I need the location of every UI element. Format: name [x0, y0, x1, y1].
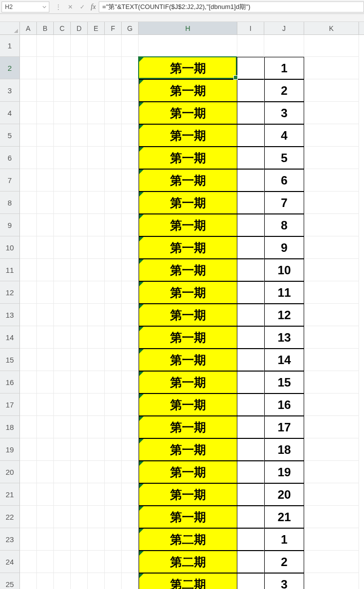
- cell[interactable]: 15: [264, 371, 304, 393]
- cell[interactable]: [71, 438, 88, 461]
- cell[interactable]: 6: [264, 169, 304, 192]
- row-header[interactable]: 4: [0, 102, 20, 124]
- cell[interactable]: [237, 192, 264, 214]
- cell[interactable]: 第一期: [139, 438, 237, 461]
- cell[interactable]: [20, 573, 37, 589]
- cell[interactable]: [20, 192, 37, 214]
- cell[interactable]: [88, 461, 105, 483]
- cell[interactable]: [304, 79, 359, 102]
- cell[interactable]: [122, 169, 139, 192]
- cell[interactable]: [88, 102, 105, 124]
- row-header[interactable]: 18: [0, 416, 20, 438]
- cell[interactable]: [54, 102, 71, 124]
- cell[interactable]: [122, 102, 139, 124]
- cell[interactable]: 第一期: [139, 147, 237, 169]
- cell[interactable]: [237, 416, 264, 438]
- column-header-G[interactable]: G: [122, 22, 139, 34]
- cell[interactable]: [88, 483, 105, 506]
- cell[interactable]: [237, 528, 264, 551]
- cell[interactable]: [88, 147, 105, 169]
- cell[interactable]: [304, 214, 359, 236]
- cell[interactable]: [71, 393, 88, 416]
- cell[interactable]: 10: [264, 259, 304, 281]
- cell[interactable]: 9: [264, 236, 304, 259]
- cell[interactable]: [88, 551, 105, 573]
- cell[interactable]: [20, 461, 37, 483]
- cell[interactable]: [105, 147, 122, 169]
- cell[interactable]: [105, 528, 122, 551]
- cell[interactable]: [20, 169, 37, 192]
- cell[interactable]: [71, 169, 88, 192]
- cell[interactable]: [37, 214, 54, 236]
- cell[interactable]: [105, 438, 122, 461]
- cell[interactable]: [88, 214, 105, 236]
- cell[interactable]: [37, 528, 54, 551]
- cell[interactable]: 8: [264, 214, 304, 236]
- cell[interactable]: [88, 438, 105, 461]
- cell[interactable]: [122, 192, 139, 214]
- cell[interactable]: [71, 483, 88, 506]
- cell[interactable]: [71, 528, 88, 551]
- cell[interactable]: 21: [264, 506, 304, 528]
- cell[interactable]: [105, 461, 122, 483]
- cell[interactable]: [20, 371, 37, 393]
- row-header[interactable]: 10: [0, 236, 20, 259]
- cell[interactable]: [71, 236, 88, 259]
- cell[interactable]: [304, 169, 359, 192]
- cell[interactable]: [37, 259, 54, 281]
- row-header[interactable]: 7: [0, 169, 20, 192]
- cell[interactable]: [105, 236, 122, 259]
- cell[interactable]: 17: [264, 416, 304, 438]
- cell[interactable]: [105, 304, 122, 326]
- cell[interactable]: [71, 551, 88, 573]
- cell[interactable]: [122, 326, 139, 349]
- row-header[interactable]: 9: [0, 214, 20, 236]
- cell[interactable]: [304, 259, 359, 281]
- row-header[interactable]: 21: [0, 483, 20, 506]
- cell[interactable]: [20, 35, 37, 57]
- cell[interactable]: [237, 573, 264, 589]
- cell[interactable]: [71, 147, 88, 169]
- cell[interactable]: 第一期: [139, 483, 237, 506]
- cell[interactable]: [20, 102, 37, 124]
- cell[interactable]: [54, 259, 71, 281]
- cell[interactable]: [88, 349, 105, 371]
- row-header[interactable]: 11: [0, 259, 20, 281]
- cell[interactable]: [88, 57, 105, 79]
- cell[interactable]: [37, 461, 54, 483]
- cell[interactable]: 第一期: [139, 79, 237, 102]
- cell[interactable]: 第一期: [139, 506, 237, 528]
- cell[interactable]: [71, 304, 88, 326]
- cell[interactable]: 第二期: [139, 573, 237, 589]
- cell[interactable]: [37, 236, 54, 259]
- cell[interactable]: [122, 349, 139, 371]
- cell[interactable]: [37, 102, 54, 124]
- cell[interactable]: [54, 461, 71, 483]
- cell[interactable]: [20, 393, 37, 416]
- row-header[interactable]: 13: [0, 304, 20, 326]
- row-header[interactable]: 3: [0, 79, 20, 102]
- cell[interactable]: [20, 259, 37, 281]
- cell[interactable]: [88, 371, 105, 393]
- cell[interactable]: [105, 124, 122, 147]
- cell[interactable]: 第一期: [139, 349, 237, 371]
- cell[interactable]: [122, 528, 139, 551]
- cell[interactable]: [304, 349, 359, 371]
- cell[interactable]: [37, 349, 54, 371]
- cell[interactable]: [237, 102, 264, 124]
- cell[interactable]: [304, 371, 359, 393]
- row-header[interactable]: 16: [0, 371, 20, 393]
- cell[interactable]: [304, 35, 359, 57]
- cell[interactable]: [105, 416, 122, 438]
- cell[interactable]: [37, 169, 54, 192]
- cell[interactable]: 3: [264, 102, 304, 124]
- cell[interactable]: [88, 259, 105, 281]
- cell[interactable]: [105, 79, 122, 102]
- cell[interactable]: [105, 169, 122, 192]
- cell[interactable]: [71, 192, 88, 214]
- cell[interactable]: [122, 506, 139, 528]
- column-header-E[interactable]: E: [88, 22, 105, 34]
- cell[interactable]: [237, 259, 264, 281]
- cell[interactable]: [237, 124, 264, 147]
- row-header[interactable]: 14: [0, 326, 20, 349]
